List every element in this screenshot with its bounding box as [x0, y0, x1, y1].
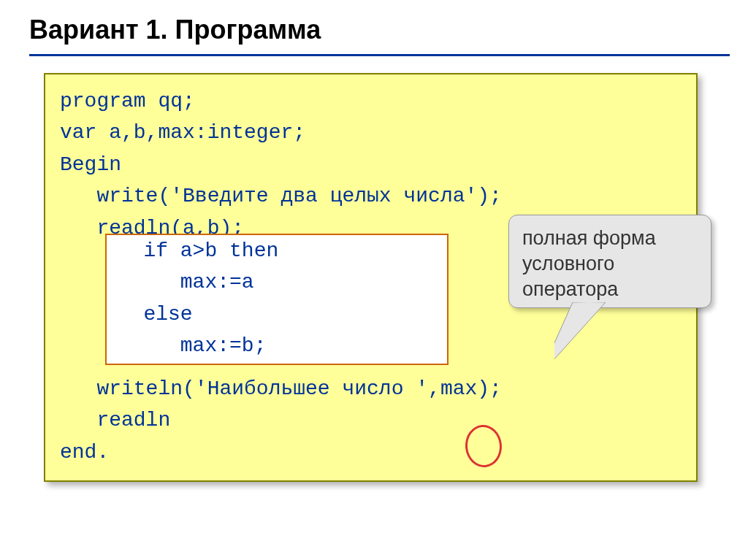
callout-line-1: полная форма: [522, 226, 698, 251]
code-line-8: else: [107, 299, 447, 330]
code-line-9: max:=b;: [107, 330, 447, 361]
code-line-7: max:=a: [107, 266, 447, 298]
callout-line-3: оператора: [522, 277, 698, 302]
callout-annotation: полная форма условного оператора: [508, 215, 711, 308]
code-line-12: end.: [60, 437, 682, 468]
code-line-11: readln: [60, 404, 682, 436]
highlight-box: if a>b then max:=a else max:=b;: [105, 234, 449, 365]
page-title: Вариант 1. Программа: [0, 0, 748, 54]
callout-line-2: условного: [522, 251, 698, 277]
code-line-1: program qq;: [60, 85, 682, 117]
code-line-2: var a,b,max:integer;: [60, 117, 682, 148]
code-line-3: Begin: [60, 149, 682, 180]
code-line-4: write('Введите два целых числа');: [60, 180, 682, 212]
title-underline: [29, 54, 730, 56]
svg-marker-0: [554, 302, 606, 375]
code-line-6: if a>b then: [107, 235, 447, 266]
